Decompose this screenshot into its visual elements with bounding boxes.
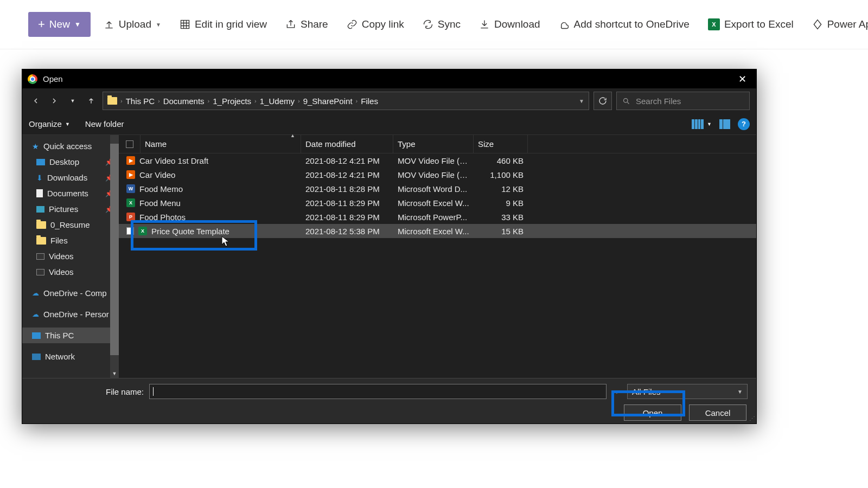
sidebar-label: Videos — [49, 252, 74, 261]
scroll-down[interactable]: ▼ — [110, 369, 119, 378]
open-button[interactable]: Open — [624, 404, 681, 421]
column-type[interactable]: Type — [393, 135, 474, 153]
file-row[interactable]: ▶Car Video 1st Draft2021-08-12 4:21 PMMO… — [119, 153, 756, 168]
search-box[interactable]: Search Files — [616, 92, 750, 110]
edit-grid-button[interactable]: Edit in grid view — [174, 15, 272, 34]
recent-dropdown[interactable]: ▼ — [66, 94, 80, 108]
add-shortcut-label: Add shortcut to OneDrive — [574, 18, 690, 30]
breadcrumb[interactable]: 1_Udemy — [260, 97, 295, 106]
chevron-icon: › — [120, 98, 123, 104]
dialog-titlebar: Open ✕ — [22, 69, 756, 88]
sidebar-resume[interactable]: 0_Resume — [22, 217, 119, 233]
download-icon — [479, 19, 490, 30]
scroll-thumb[interactable] — [110, 144, 119, 355]
breadcrumb[interactable]: 1_Projects — [213, 97, 251, 106]
breadcrumb[interactable]: 9_SharePoint — [303, 97, 353, 106]
organize-label: Organize — [29, 119, 62, 129]
select-all-checkbox[interactable] — [119, 135, 141, 153]
file-row[interactable]: XPrice Quote Template2021-08-12 5:38 PMM… — [119, 224, 756, 238]
export-excel-label: Export to Excel — [724, 18, 794, 30]
file-size: 33 KB — [474, 213, 528, 222]
sidebar-this-pc[interactable]: This PC — [22, 328, 119, 343]
sidebar-files[interactable]: Files — [22, 233, 119, 248]
file-name-dropdown[interactable]: ▼ — [612, 389, 622, 395]
file-name: Price Quote Template — [151, 227, 229, 236]
sidebar-documents[interactable]: Documents📌 — [22, 185, 119, 201]
downloads-icon: ⬇ — [36, 174, 43, 182]
file-row[interactable]: WFood Memo2021-08-11 8:28 PMMicrosoft Wo… — [119, 182, 756, 196]
file-filter-dropdown[interactable]: All Files ▼ — [627, 384, 748, 399]
address-bar[interactable]: › This PC › Documents › 1_Projects › 1_U… — [103, 92, 589, 110]
power-apps-button[interactable]: Power Apps — [807, 15, 868, 34]
sidebar-onedrive-pers[interactable]: ☁OneDrive - Persor — [22, 306, 119, 322]
filter-label: All Files — [632, 387, 661, 396]
file-size: 9 KB — [474, 198, 528, 208]
chevron-icon: › — [208, 98, 210, 104]
chevron-icon: › — [158, 98, 160, 104]
sidebar-videos[interactable]: Videos — [22, 248, 119, 264]
export-excel-button[interactable]: X Export to Excel — [703, 15, 799, 34]
column-size[interactable]: Size — [474, 135, 528, 153]
up-button[interactable] — [84, 94, 98, 108]
upload-button[interactable]: Upload ▼ — [98, 15, 167, 34]
column-name[interactable]: Name▲ — [141, 135, 301, 153]
row-checkbox[interactable] — [126, 227, 134, 235]
desktop-icon — [36, 159, 45, 165]
breadcrumb[interactable]: Files — [361, 97, 378, 106]
sidebar-videos[interactable]: Videos — [22, 264, 119, 280]
forward-button[interactable] — [47, 94, 61, 108]
add-shortcut-button[interactable]: Add shortcut to OneDrive — [553, 15, 695, 34]
share-label: Share — [301, 18, 328, 30]
sidebar-desktop[interactable]: Desktop📌 — [22, 154, 119, 170]
file-row[interactable]: XFood Menu2021-08-11 8:29 PMMicrosoft Ex… — [119, 196, 756, 210]
file-list: Name▲ Date modified Type Size ▶Car Video… — [119, 135, 756, 378]
close-button[interactable]: ✕ — [734, 71, 751, 87]
sidebar-label: OneDrive - Comp — [43, 288, 107, 298]
shortcut-icon — [559, 19, 570, 30]
new-folder-button[interactable]: New folder — [85, 119, 124, 129]
file-name-input[interactable] — [149, 384, 607, 399]
copy-link-button[interactable]: Copy link — [341, 15, 410, 34]
sidebar-label: Quick access — [43, 142, 92, 151]
view-options-button[interactable]: ▼ — [692, 119, 712, 129]
help-button[interactable]: ? — [738, 118, 750, 130]
column-date[interactable]: Date modified — [301, 135, 393, 153]
cloud-icon: ☁ — [32, 310, 39, 318]
sidebar-pictures[interactable]: Pictures📌 — [22, 201, 119, 217]
new-button[interactable]: + New ▼ — [28, 12, 91, 37]
share-button[interactable]: Share — [280, 15, 334, 34]
breadcrumb[interactable]: Documents — [163, 97, 205, 106]
sidebar-label: Pictures — [49, 204, 78, 214]
svg-rect-0 — [181, 21, 189, 29]
address-dropdown[interactable]: ▼ — [579, 98, 584, 104]
organize-button[interactable]: Organize ▼ — [29, 119, 70, 129]
share-icon — [285, 19, 296, 30]
breadcrumb[interactable]: This PC — [126, 97, 155, 106]
sidebar-onedrive-comp[interactable]: ☁OneDrive - Comp — [22, 285, 119, 301]
refresh-button[interactable] — [593, 92, 612, 110]
sidebar-quick-access[interactable]: ★Quick access — [22, 138, 119, 154]
file-type-icon: X — [138, 227, 147, 235]
videos-icon — [36, 269, 44, 275]
sidebar-network[interactable]: Network — [22, 349, 119, 364]
chevron-down-icon: ▼ — [707, 121, 712, 127]
search-placeholder: Search Files — [636, 97, 681, 106]
sidebar-downloads[interactable]: ⬇Downloads📌 — [22, 170, 119, 185]
resize-grip[interactable]: ⋰ — [749, 415, 755, 422]
file-row[interactable]: ▶Car Video2021-08-12 4:21 PMMOV Video Fi… — [119, 168, 756, 182]
pc-icon — [32, 332, 41, 339]
file-row[interactable]: PFood Photos2021-08-11 8:29 PMMicrosoft … — [119, 210, 756, 224]
back-button[interactable] — [29, 94, 43, 108]
cancel-button[interactable]: Cancel — [689, 404, 746, 421]
network-icon — [32, 354, 41, 360]
svg-point-1 — [624, 98, 628, 102]
chevron-icon: › — [356, 98, 358, 104]
sync-button[interactable]: Sync — [417, 15, 466, 34]
star-icon: ★ — [32, 142, 39, 151]
download-button[interactable]: Download — [474, 15, 546, 34]
preview-pane-button[interactable] — [719, 119, 730, 129]
new-folder-label: New folder — [85, 119, 124, 129]
file-date: 2021-08-12 4:21 PM — [301, 156, 393, 165]
file-date: 2021-08-12 5:38 PM — [301, 227, 393, 236]
sharepoint-toolbar: + New ▼ Upload ▼ Edit in grid view Share… — [0, 0, 868, 49]
